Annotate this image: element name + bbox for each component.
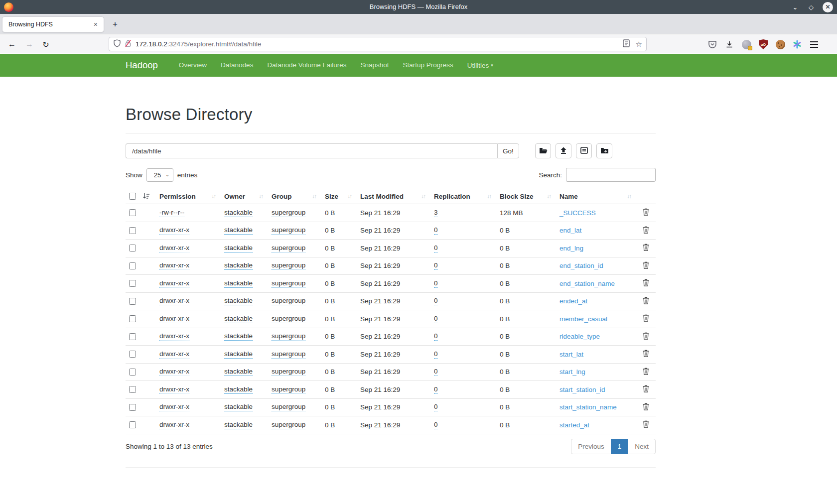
delete-button[interactable] xyxy=(636,350,656,359)
row-checkbox[interactable] xyxy=(129,421,136,428)
row-checkbox[interactable] xyxy=(129,209,136,216)
permission-value[interactable]: drwxr-xr-x xyxy=(159,403,189,411)
owner-value[interactable]: stackable xyxy=(224,244,253,252)
delete-button[interactable] xyxy=(636,314,656,323)
navbar-brand[interactable]: Hadoop xyxy=(126,60,158,71)
delete-button[interactable] xyxy=(636,279,656,288)
bookmark-star-icon[interactable]: ☆ xyxy=(636,40,642,49)
header-group[interactable]: Group↓↑ xyxy=(268,193,321,200)
group-value[interactable]: supergroup xyxy=(272,403,305,411)
page-size-select[interactable]: 25 ⌄ xyxy=(146,168,173,182)
permission-value[interactable]: drwxr-xr-x xyxy=(159,368,189,376)
forward-icon[interactable]: → xyxy=(22,37,36,51)
group-value[interactable]: supergroup xyxy=(272,261,305,270)
row-checkbox[interactable] xyxy=(129,245,136,252)
file-name-link[interactable]: started_at xyxy=(559,421,589,429)
delete-button[interactable] xyxy=(636,385,656,394)
cookie-extension-icon[interactable] xyxy=(774,38,786,50)
permission-value[interactable]: drwxr-xr-x xyxy=(159,261,189,270)
create-directory-button[interactable] xyxy=(535,143,551,158)
replication-value[interactable]: 0 xyxy=(434,332,438,341)
select-all-checkbox[interactable] xyxy=(129,193,136,200)
nav-item-startup-progress[interactable]: Startup Progress xyxy=(396,54,460,77)
header-size[interactable]: Size↓↑ xyxy=(321,193,356,200)
row-checkbox[interactable] xyxy=(129,351,136,358)
row-checkbox[interactable] xyxy=(129,369,136,376)
row-checkbox[interactable] xyxy=(129,227,136,234)
tab-close-icon[interactable]: × xyxy=(92,20,100,28)
row-checkbox[interactable] xyxy=(129,386,136,393)
permission-value[interactable]: drwxr-xr-x xyxy=(159,226,189,235)
window-close-button[interactable]: ✕ xyxy=(823,2,833,12)
nav-item-utilities[interactable]: Utilities▾ xyxy=(460,54,500,77)
delete-button[interactable] xyxy=(636,244,656,252)
header-owner[interactable]: Owner↓↑ xyxy=(220,193,268,200)
row-checkbox[interactable] xyxy=(129,404,136,411)
group-value[interactable]: supergroup xyxy=(272,209,305,217)
group-value[interactable]: supergroup xyxy=(272,421,305,429)
owner-value[interactable]: stackable xyxy=(224,350,253,359)
go-button[interactable]: Go! xyxy=(497,143,519,158)
replication-value[interactable]: 0 xyxy=(434,385,438,394)
menu-hamburger-icon[interactable] xyxy=(808,38,820,50)
group-value[interactable]: supergroup xyxy=(272,385,305,394)
group-value[interactable]: supergroup xyxy=(272,279,305,288)
header-block-size[interactable]: Block Size↓↑ xyxy=(496,193,556,200)
file-name-link[interactable]: end_station_name xyxy=(559,280,615,287)
owner-value[interactable]: stackable xyxy=(224,226,253,235)
file-name-link[interactable]: member_casual xyxy=(559,315,607,323)
sort-amount-icon[interactable] xyxy=(142,193,155,200)
replication-value[interactable]: 0 xyxy=(434,315,438,323)
delete-button[interactable] xyxy=(636,368,656,377)
owner-value[interactable]: stackable xyxy=(224,315,253,323)
owner-value[interactable]: stackable xyxy=(224,297,253,305)
delete-button[interactable] xyxy=(636,297,656,306)
owner-value[interactable]: stackable xyxy=(224,403,253,411)
replication-value[interactable]: 0 xyxy=(434,368,438,376)
ublock-origin-icon[interactable]: uO xyxy=(757,38,769,50)
replication-value[interactable]: 0 xyxy=(434,261,438,270)
permission-value[interactable]: drwxr-xr-x xyxy=(159,244,189,252)
file-name-link[interactable]: start_station_name xyxy=(559,403,617,411)
permission-value[interactable]: drwxr-xr-x xyxy=(159,421,189,429)
cut-paste-button[interactable] xyxy=(576,143,592,158)
file-name-link[interactable]: end_station_id xyxy=(559,262,603,269)
group-value[interactable]: supergroup xyxy=(272,244,305,252)
replication-value[interactable]: 0 xyxy=(434,244,438,252)
upload-files-button[interactable] xyxy=(556,143,571,158)
file-name-link[interactable]: rideable_type xyxy=(559,333,600,340)
delete-button[interactable] xyxy=(636,208,656,217)
header-last-modified[interactable]: Last Modified↓↑ xyxy=(356,193,430,200)
group-value[interactable]: supergroup xyxy=(272,368,305,376)
replication-value[interactable]: 0 xyxy=(434,279,438,288)
directory-path-input[interactable] xyxy=(126,143,497,158)
back-icon[interactable]: ← xyxy=(5,37,19,51)
owner-value[interactable]: stackable xyxy=(224,261,253,270)
replication-value[interactable]: 0 xyxy=(434,421,438,429)
nav-item-overview[interactable]: Overview xyxy=(172,54,214,77)
delete-button[interactable] xyxy=(636,403,656,412)
move-to-folder-button[interactable] xyxy=(596,143,612,158)
owner-value[interactable]: stackable xyxy=(224,209,253,217)
shield-icon[interactable] xyxy=(113,39,121,49)
permission-value[interactable]: drwxr-xr-x xyxy=(159,350,189,359)
file-name-link[interactable]: start_station_id xyxy=(559,386,605,393)
previous-page-button[interactable]: Previous xyxy=(571,439,611,454)
nav-item-datanode-volume-failures[interactable]: Datanode Volume Failures xyxy=(260,54,353,77)
group-value[interactable]: supergroup xyxy=(272,350,305,359)
insecure-lock-icon[interactable] xyxy=(125,39,132,49)
permission-value[interactable]: drwxr-xr-x xyxy=(159,385,189,394)
url-bar[interactable]: 172.18.0.2:32475/explorer.html#/data/hfi… xyxy=(109,37,647,51)
delete-button[interactable] xyxy=(636,420,656,429)
delete-button[interactable] xyxy=(636,261,656,270)
header-permission[interactable]: Permission↓↑ xyxy=(155,193,220,200)
owner-value[interactable]: stackable xyxy=(224,368,253,376)
permission-value[interactable]: drwxr-xr-x xyxy=(159,332,189,341)
pocket-icon[interactable] xyxy=(706,38,718,50)
file-name-link[interactable]: end_lng xyxy=(559,245,583,252)
replication-value[interactable]: 0 xyxy=(434,350,438,359)
row-checkbox[interactable] xyxy=(129,333,136,340)
downloads-icon[interactable] xyxy=(723,38,735,50)
file-name-link[interactable]: ended_at xyxy=(559,297,587,305)
reload-icon[interactable]: ↻ xyxy=(39,37,53,51)
